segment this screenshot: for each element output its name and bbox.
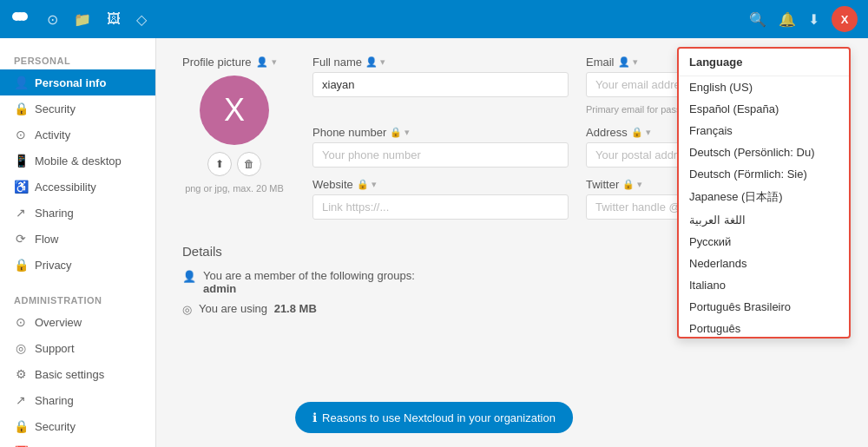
full-name-input[interactable] <box>312 72 569 97</box>
lang-fr[interactable]: Français <box>679 120 849 141</box>
website-icon: 🔒 ▾ <box>357 179 377 190</box>
flow-icon: ⟳ <box>14 232 28 246</box>
accessibility-icon: ♿ <box>14 180 28 194</box>
avatar-hint: png or jpg, max. 20 MB <box>185 183 284 194</box>
logo <box>10 7 30 31</box>
twitter-icon: 🔒 ▾ <box>622 179 642 190</box>
mobile-icon: 📱 <box>14 154 28 168</box>
files-icon[interactable]: 📁 <box>74 11 91 28</box>
admin-section-label: Administration <box>0 286 155 309</box>
storage-icon: ◎ <box>182 303 192 316</box>
language-dropdown: Language English (US) Español (España) F… <box>677 47 851 339</box>
website-label: Website 🔒 ▾ <box>312 178 569 191</box>
home-icon[interactable]: ⊙ <box>47 11 58 28</box>
sidebar-item-overview[interactable]: ⊙ Overview <box>0 309 155 335</box>
profile-picture-icon: 👤 ▾ <box>256 56 276 68</box>
groups-icon: 👤 <box>182 270 196 283</box>
nextcloud-banner[interactable]: ℹ Reasons to use Nextcloud in your organ… <box>295 402 573 433</box>
full-name-field: Full name 👤 ▾ <box>312 56 569 115</box>
privacy-icon: 🔒 <box>14 258 28 272</box>
sidebar-item-activity[interactable]: ⊙ Activity <box>0 122 155 148</box>
security-admin-icon: 🔒 <box>14 419 28 433</box>
lang-pt[interactable]: Português <box>679 318 849 337</box>
avatar-controls: ⬆ 🗑 <box>207 152 261 176</box>
share-admin-icon: ↗ <box>14 393 28 407</box>
phone-icon: 🔒 ▾ <box>390 127 410 138</box>
language-list: English (US) Español (España) Français D… <box>679 76 849 337</box>
profile-picture-section: Profile picture 👤 ▾ X ⬆ 🗑 png or jpg, ma… <box>182 56 286 194</box>
share-icon: ↗ <box>14 206 28 220</box>
phone-field: Phone number 🔒 ▾ <box>312 126 569 168</box>
upload-avatar-button[interactable]: ⬆ <box>207 152 232 176</box>
lang-de-du[interactable]: Deutsch (Persönlich: Du) <box>679 141 849 163</box>
full-name-icon: 👤 ▾ <box>365 56 385 68</box>
delete-avatar-button[interactable]: 🗑 <box>237 152 261 176</box>
main-layout: Personal 👤 Personal info 🔒 Security ⊙ Ac… <box>0 38 868 447</box>
avatar: X <box>200 76 269 145</box>
content-area: Profile picture 👤 ▾ X ⬆ 🗑 png or jpg, ma… <box>156 38 868 447</box>
person-icon: 👤 <box>14 76 28 89</box>
sidebar-item-security-admin[interactable]: 🔒 Security <box>0 413 155 439</box>
sidebar-item-sharing[interactable]: ↗ Sharing <box>0 200 155 226</box>
topbar-right: 🔍 🔔 ⬇ X <box>749 6 858 32</box>
sidebar-item-flow[interactable]: ⟳ Flow <box>0 226 155 252</box>
language-dropdown-title: Language <box>679 49 849 76</box>
notifications-icon[interactable]: 🔔 <box>779 11 796 28</box>
sidebar-item-personal-info[interactable]: 👤 Personal info <box>0 69 155 95</box>
lock-icon: 🔒 <box>14 102 28 115</box>
support-icon: ◎ <box>14 341 28 355</box>
sidebar-item-privacy[interactable]: 🔒 Privacy <box>0 252 155 278</box>
banner-icon: ℹ <box>312 411 317 424</box>
personal-section-label: Personal <box>0 47 155 69</box>
lang-ru[interactable]: Русский <box>679 231 849 253</box>
website-input[interactable] <box>312 194 569 220</box>
user-avatar[interactable]: X <box>832 6 858 32</box>
full-name-label: Full name 👤 ▾ <box>312 56 569 69</box>
address-icon: 🔒 ▾ <box>631 127 651 138</box>
activity-nav-icon: ⊙ <box>14 128 28 141</box>
lang-en-us[interactable]: English (US) <box>679 76 849 98</box>
sidebar-item-accessibility[interactable]: ♿ Accessibility <box>0 174 155 200</box>
topbar-nav-icons: ⊙ 📁 🖼 ◇ <box>47 11 147 28</box>
lang-it[interactable]: Italiano <box>679 274 849 296</box>
downloads-icon[interactable]: ⬇ <box>808 11 819 28</box>
website-field: Website 🔒 ▾ <box>312 178 569 220</box>
lang-ja[interactable]: Japanese (日本語) <box>679 185 849 209</box>
lang-de-sie[interactable]: Deutsch (Förmlich: Sie) <box>679 163 849 185</box>
activity-icon[interactable]: ◇ <box>136 11 147 28</box>
sidebar-item-basic-settings[interactable]: ⚙ Basic settings <box>0 361 155 387</box>
sidebar-item-support[interactable]: ◎ Support <box>0 335 155 361</box>
photos-icon[interactable]: 🖼 <box>107 11 121 27</box>
phone-label: Phone number 🔒 ▾ <box>312 126 569 139</box>
sidebar-item-sharing-admin[interactable]: ↗ Sharing <box>0 387 155 413</box>
sidebar: Personal 👤 Personal info 🔒 Security ⊙ Ac… <box>0 38 156 447</box>
email-icon: 👤 ▾ <box>618 56 638 68</box>
sidebar-item-mobile[interactable]: 📱 Mobile & desktop <box>0 148 155 174</box>
overview-icon: ⊙ <box>14 315 28 329</box>
lang-pt-br[interactable]: Português Brasileiro <box>679 296 849 318</box>
lang-es[interactable]: Español (España) <box>679 98 849 120</box>
lang-nl[interactable]: Nederlands <box>679 253 849 274</box>
sidebar-item-security[interactable]: 🔒 Security <box>0 95 155 122</box>
topbar: ⊙ 📁 🖼 ◇ 🔍 🔔 ⬇ X <box>0 0 868 38</box>
search-icon[interactable]: 🔍 <box>749 11 766 28</box>
sidebar-item-groupware[interactable]: 📅 Groupware <box>0 439 155 447</box>
settings-icon: ⚙ <box>14 367 28 381</box>
svg-point-2 <box>16 12 24 21</box>
phone-input[interactable] <box>312 142 569 168</box>
lang-ar[interactable]: اللغة العربية <box>679 209 849 231</box>
profile-picture-label: Profile picture <box>182 56 251 69</box>
